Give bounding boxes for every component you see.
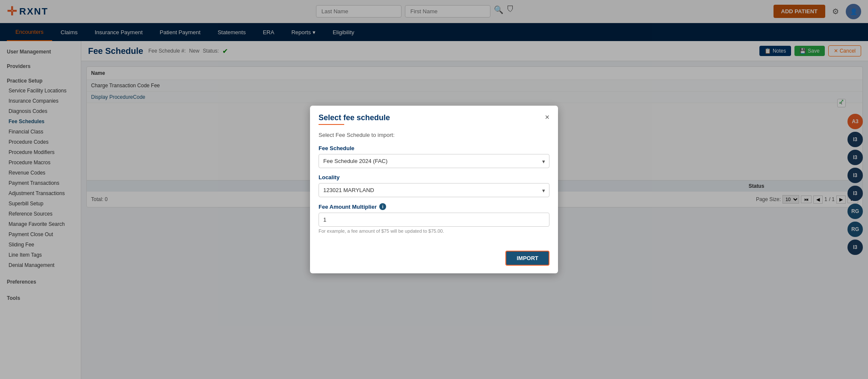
locality-label: Locality (319, 174, 549, 181)
fee-schedule-field: Fee Schedule Fee Schedule 2024 (FAC) Fee… (319, 145, 549, 168)
import-button[interactable]: IMPORT (505, 251, 549, 266)
modal-title: Select fee schedule (319, 113, 390, 122)
modal-footer: IMPORT (310, 246, 558, 273)
multiplier-field: Fee Amount Multiplier i For example, a f… (319, 203, 549, 234)
locality-select-wrapper: 123021 MARYLAND 000001 NATIONAL 003121 C… (319, 183, 549, 197)
locality-field: Locality 123021 MARYLAND 000001 NATIONAL… (319, 174, 549, 197)
modal-close-button[interactable]: × (545, 113, 549, 121)
locality-select[interactable]: 123021 MARYLAND 000001 NATIONAL 003121 C… (319, 183, 549, 197)
select-fee-schedule-modal: Select fee schedule × Select Fee Schedul… (310, 106, 558, 273)
modal-overlay[interactable]: Select fee schedule × Select Fee Schedul… (0, 0, 868, 379)
multiplier-hint: For example, a fee amount of $75 will be… (319, 228, 549, 234)
modal-title-underline (319, 124, 344, 125)
modal-header: Select fee schedule × (310, 106, 558, 125)
fee-schedule-label: Fee Schedule (319, 145, 549, 151)
fee-schedule-select[interactable]: Fee Schedule 2024 (FAC) Fee Schedule 202… (319, 154, 549, 168)
modal-body: Select Fee Schedule to import: Fee Sched… (310, 125, 558, 246)
multiplier-info-icon[interactable]: i (379, 203, 386, 210)
multiplier-label: Fee Amount Multiplier i (319, 203, 549, 210)
fee-schedule-select-wrapper: Fee Schedule 2024 (FAC) Fee Schedule 202… (319, 154, 549, 168)
multiplier-input[interactable] (319, 213, 549, 227)
modal-subtitle: Select Fee Schedule to import: (319, 132, 549, 138)
